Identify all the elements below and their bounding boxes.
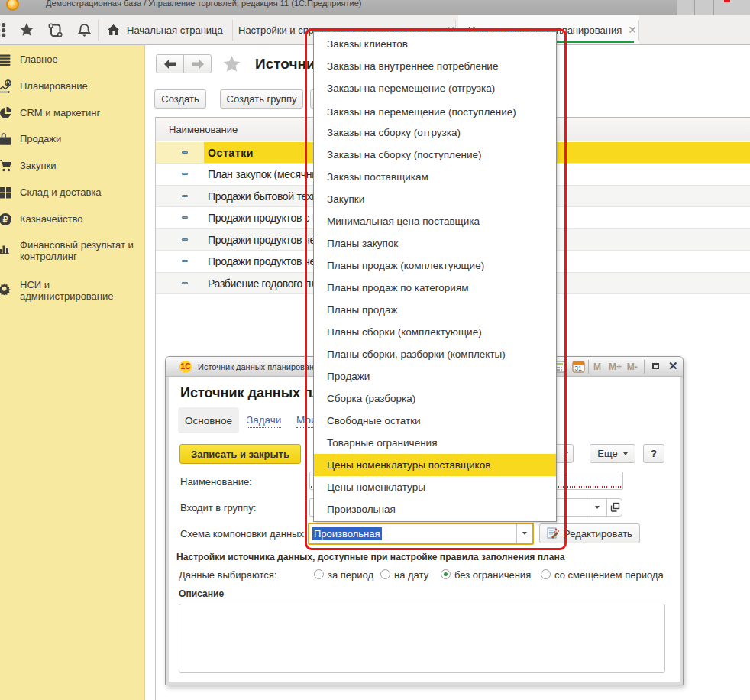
svg-text:₽: ₽ — [3, 215, 8, 224]
svg-text:31: 31 — [574, 365, 582, 372]
